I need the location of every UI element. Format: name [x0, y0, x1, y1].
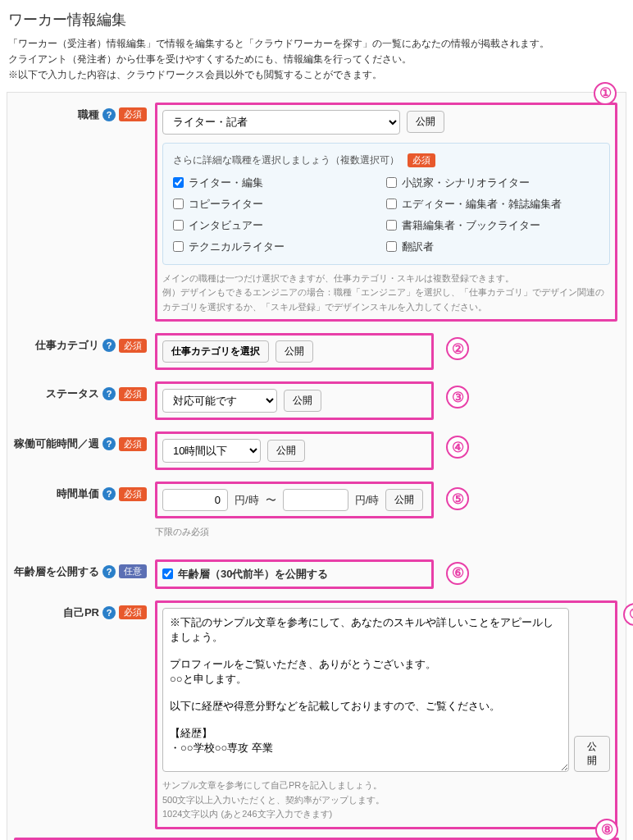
annotation-1: ①	[594, 82, 617, 105]
checkbox-input[interactable]	[386, 199, 397, 209]
annotation-8: ⑧	[595, 819, 618, 840]
intro-line: クライアント（発注者）から仕事を受けやすくするためにも、情報編集を行ってください…	[8, 52, 625, 67]
occupation-select[interactable]: ライター・記者	[162, 110, 400, 135]
help-icon[interactable]: ?	[102, 565, 116, 578]
checkbox-option[interactable]: 翻訳者	[386, 240, 562, 254]
sub-panel-title: さらに詳細な職種を選択しましょう（複数選択可）	[173, 153, 399, 167]
help-text: 500文字以上入力いただくと、契約率がアップします。	[162, 793, 610, 808]
checkbox-input[interactable]	[162, 568, 173, 579]
required-badge: 必須	[119, 339, 147, 353]
intro-line: 「ワーカー（受注者）情報編集」で情報を編集すると「クラウドワーカーを探す」の一覧…	[8, 36, 625, 52]
checkbox-input[interactable]	[386, 177, 397, 188]
annotation-4: ④	[446, 436, 469, 459]
rate-high-input[interactable]	[283, 489, 348, 511]
public-button[interactable]: 公開	[574, 736, 610, 772]
annotation-5: ⑤	[446, 487, 469, 510]
checkbox-input[interactable]	[173, 220, 184, 231]
intro-line: ※以下で入力した内容は、クラウドワークス会員以外でも閲覧することができます。	[8, 67, 625, 83]
help-icon[interactable]: ?	[102, 606, 116, 619]
help-icon[interactable]: ?	[102, 437, 116, 450]
public-button[interactable]: 公開	[276, 340, 313, 363]
checkbox-option[interactable]: 小説家・シナリオライター	[386, 176, 562, 190]
intro-text: 「ワーカー（受注者）情報編集」で情報を編集すると「クラウドワーカーを探す」の一覧…	[0, 36, 633, 92]
label-age: 年齢層を公開する	[14, 564, 99, 579]
required-badge: 必須	[119, 437, 147, 451]
label-hours: 稼働可能時間／週	[14, 436, 99, 451]
public-button[interactable]: 公開	[284, 390, 321, 412]
required-badge: 必須	[408, 153, 435, 167]
help-text: サンプル文章を参考にして自己PRを記入しましょう。	[162, 778, 610, 793]
required-badge: 必須	[119, 487, 147, 501]
label-selfpr: 自己PR	[63, 605, 99, 620]
select-category-button[interactable]: 仕事カテゴリを選択	[162, 340, 269, 363]
checkbox-input[interactable]	[173, 241, 184, 252]
help-icon[interactable]: ?	[102, 339, 116, 352]
checkbox-input[interactable]	[386, 241, 397, 252]
help-icon[interactable]: ?	[102, 487, 116, 500]
help-text: 1024文字以内 (あと246文字入力できます)	[162, 807, 610, 822]
required-badge: 必須	[119, 107, 147, 121]
checkbox-option[interactable]: エディター・編集者・雑誌編集者	[386, 197, 562, 212]
checkbox-option[interactable]: ライター・編集	[173, 176, 362, 190]
selfpr-textarea[interactable]: ※下記のサンプル文章を参考にして、あなたのスキルや詳しいことをアピールしましょう…	[162, 608, 569, 772]
label-status: ステータス	[46, 386, 99, 401]
label-occupation: 職種	[78, 107, 99, 122]
annotation-3: ③	[446, 386, 469, 409]
unit-label: 円/時	[235, 493, 259, 508]
range-separator: 〜	[266, 493, 276, 508]
checkbox-input[interactable]	[386, 220, 397, 231]
hours-select[interactable]: 10時間以下	[162, 439, 261, 463]
help-text: 例）デザインもできるエンジニアの場合：職種「エンジニア」を選択し、「仕事カテゴリ…	[162, 285, 610, 314]
help-icon[interactable]: ?	[102, 387, 116, 400]
sub-occupation-panel: さらに詳細な職種を選択しましょう（複数選択可） 必須 ライター・編集 コピーライ…	[162, 143, 610, 265]
unit-label: 円/時	[355, 493, 380, 508]
age-public-checkbox[interactable]: 年齢層（30代前半）を公開する	[162, 567, 426, 582]
public-button[interactable]: 公開	[385, 489, 423, 511]
annotation-7: ⑦	[623, 603, 633, 626]
public-button[interactable]: 公開	[267, 440, 305, 462]
page-title: ワーカー情報編集	[0, 0, 633, 36]
annotation-2: ②	[446, 337, 469, 360]
help-text: 下限のみ必須	[155, 525, 617, 540]
required-badge: 必須	[119, 387, 147, 401]
checkbox-input[interactable]	[173, 177, 184, 188]
rate-low-input[interactable]	[162, 489, 228, 511]
help-icon[interactable]: ?	[102, 108, 116, 121]
checkbox-option[interactable]: 書籍編集者・ブックライター	[386, 218, 562, 233]
public-button[interactable]: 公開	[407, 111, 444, 133]
checkbox-option[interactable]: テクニカルライター	[173, 240, 362, 254]
label-rate: 時間単価	[57, 486, 99, 501]
required-badge: 必須	[119, 605, 147, 619]
label-category: 仕事カテゴリ	[35, 338, 99, 353]
status-select[interactable]: 対応可能です	[162, 389, 277, 413]
checkbox-option[interactable]: コピーライター	[173, 197, 362, 212]
checkbox-option[interactable]: インタビュアー	[173, 218, 362, 233]
help-text: メインの職種は一つだけ選択できますが、仕事カテゴリ・スキルは複数登録できます。	[162, 272, 610, 286]
annotation-6: ⑥	[446, 562, 469, 585]
optional-badge: 任意	[119, 564, 147, 578]
checkbox-input[interactable]	[173, 199, 184, 209]
